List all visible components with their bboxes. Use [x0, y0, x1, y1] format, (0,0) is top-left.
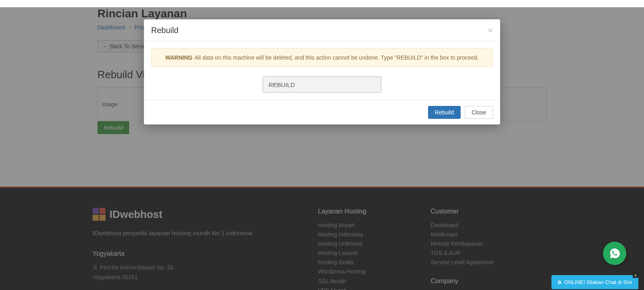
- confirm-input[interactable]: [263, 77, 382, 93]
- online-dot-icon: [558, 281, 561, 284]
- warning-text: All data on this machine will be deleted…: [193, 54, 479, 61]
- whatsapp-icon: [609, 247, 621, 259]
- modal-title: Rebuild: [151, 26, 179, 35]
- modal-rebuild-button[interactable]: Rebuild: [428, 106, 460, 119]
- modal-close-button[interactable]: Close: [465, 106, 493, 119]
- rebuild-modal: Rebuild × WARNING All data on this machi…: [144, 19, 500, 124]
- chat-close-button[interactable]: x: [633, 272, 638, 278]
- chat-pill[interactable]: ONLINE! Silakan Chat di Sini: [551, 275, 638, 289]
- warning-label: WARNING: [165, 54, 192, 61]
- chat-label: ONLINE! Silakan Chat di Sini: [564, 279, 632, 285]
- warning-alert: WARNING All data on this machine will be…: [151, 48, 493, 67]
- whatsapp-fab[interactable]: [603, 242, 626, 265]
- close-icon[interactable]: ×: [488, 26, 493, 35]
